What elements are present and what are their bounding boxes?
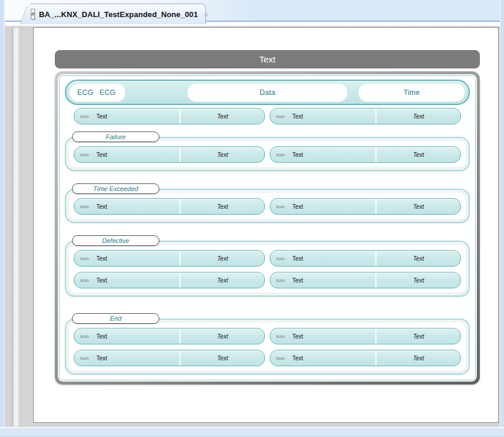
field-pill-left: Icon Text <box>270 251 377 266</box>
field-value-label: Text <box>377 328 460 344</box>
field-value-label: Text <box>181 147 264 162</box>
field-pill[interactable]: Icon Text Text <box>74 146 265 163</box>
icon-placeholder-label: Icon <box>276 256 284 261</box>
ecg-pill[interactable]: ECG ECG <box>69 83 126 102</box>
field-name-label: Text <box>292 277 303 284</box>
section-group-inner: Icon Text Text Icon Text Text <box>69 141 466 167</box>
sections-container: Icon Text Text Icon Text Text Failure Ic… <box>65 132 470 374</box>
section-title-label: Time Exceeded <box>93 185 138 192</box>
window-frame-right <box>500 0 504 437</box>
icon-placeholder-label: Icon <box>276 152 284 157</box>
field-pill-left: Icon Text <box>270 147 377 162</box>
section: Icon Text Text Icon Text Text Failure <box>65 132 470 171</box>
field-value-label: Text <box>181 328 264 344</box>
icon-placeholder-label: Icon <box>276 334 284 339</box>
ecg-header-strip[interactable]: ECG ECG Data Time <box>65 80 470 105</box>
time-pill[interactable]: Time <box>358 83 465 102</box>
header-text-bar[interactable]: Text <box>55 50 480 68</box>
field-pill-left: Icon Text <box>74 328 181 344</box>
icon-placeholder-label: Icon <box>80 204 89 209</box>
icon-placeholder-label: Icon <box>80 356 89 361</box>
field-pill[interactable]: Icon Text Text <box>270 350 461 366</box>
window-frame-bottom <box>0 427 504 437</box>
document-tab[interactable]: # BA_...KNX_DALI_TestExpanded_None_001 × <box>31 4 206 24</box>
field-pill-row: Icon Text Text Icon Text Text <box>74 328 461 344</box>
field-pill[interactable]: Icon Text Text <box>270 198 461 215</box>
application-window: # BA_...KNX_DALI_TestExpanded_None_001 ×… <box>0 0 504 437</box>
tab-close-icon[interactable]: × <box>204 11 208 18</box>
field-pill-left: Icon Text <box>74 251 181 266</box>
field-pill-left: Icon Text <box>270 328 377 344</box>
section-title-pill[interactable]: Time Exceeded <box>72 183 159 194</box>
field-pill[interactable]: Icon Text Text <box>74 250 265 267</box>
field-pill-left: Icon Text <box>270 109 377 124</box>
field-value-label: Text <box>181 251 264 266</box>
section: Icon Text Text Icon Text Text Time Excee… <box>65 183 470 223</box>
field-value-label: Text <box>181 109 264 124</box>
field-pill[interactable]: Icon Text Text <box>74 272 265 288</box>
section-title-label: Failure <box>106 133 126 140</box>
field-pill-row: Icon Text Text Icon Text Text <box>74 272 461 288</box>
vertical-splitter-handle[interactable] <box>12 28 21 426</box>
section-group[interactable]: Icon Text Text Icon Text Text Icon Text … <box>65 318 470 374</box>
field-pill-row: Icon Text Text Icon Text Text <box>74 250 461 267</box>
field-pill-left: Icon Text <box>74 272 181 288</box>
field-pill[interactable]: Icon Text Text <box>74 328 265 344</box>
field-name-label: Text <box>96 255 107 262</box>
section-group-inner: Icon Text Text Icon Text Text Icon Text … <box>69 245 466 293</box>
field-value-label: Text <box>181 199 264 214</box>
field-name-label: Text <box>96 203 107 210</box>
icon-placeholder-label: Icon <box>276 278 284 283</box>
field-pill[interactable]: Icon Text Text <box>270 250 461 267</box>
field-name-label: Text <box>292 333 303 340</box>
window-frame-left <box>0 0 5 437</box>
field-pill[interactable]: Icon Text Text <box>74 108 265 124</box>
section-group-inner: Icon Text Text Icon Text Text <box>69 193 466 219</box>
main-panel[interactable]: ECG ECG Data Time Icon Text Text Icon Te… <box>55 71 480 385</box>
section-title-pill[interactable]: Failure <box>72 132 159 142</box>
field-name-label: Text <box>292 203 303 210</box>
field-pill-row: Icon Text Text Icon Text Text <box>74 350 461 366</box>
header-text-label: Text <box>259 54 276 64</box>
field-name-label: Text <box>96 333 107 340</box>
field-pill-row: Icon Text Text Icon Text Text <box>74 198 461 215</box>
field-pill-left: Icon Text <box>74 147 181 162</box>
icon-placeholder-label: Icon <box>80 152 89 157</box>
field-value-label: Text <box>181 272 264 288</box>
field-name-label: Text <box>96 277 107 284</box>
field-name-label: Text <box>292 255 303 262</box>
section: Icon Text Text Icon Text Text Icon Text … <box>65 235 470 297</box>
field-pill[interactable]: Icon Text Text <box>74 350 265 366</box>
field-name-label: Text <box>96 355 107 362</box>
icon-placeholder-label: Icon <box>80 114 89 119</box>
field-pill[interactable]: Icon Text Text <box>270 146 461 163</box>
field-pill[interactable]: Icon Text Text <box>270 108 461 124</box>
field-value-label: Text <box>377 109 460 124</box>
field-pill[interactable]: Icon Text Text <box>74 198 265 215</box>
field-name-label: Text <box>96 113 107 120</box>
icon-placeholder-label: Icon <box>80 334 89 339</box>
document-hash-icon: # <box>31 9 35 19</box>
section-group[interactable]: Icon Text Text Icon Text Text Icon Text … <box>65 241 470 297</box>
field-pill[interactable]: Icon Text Text <box>270 328 461 344</box>
icon-placeholder-label: Icon <box>276 114 284 119</box>
field-value-label: Text <box>377 272 460 288</box>
icon-placeholder-label: Icon <box>80 256 89 261</box>
field-value-label: Text <box>377 147 460 162</box>
field-pill-left: Icon Text <box>270 350 377 366</box>
field-pill-left: Icon Text <box>74 109 181 124</box>
icon-placeholder-label: Icon <box>276 356 284 361</box>
data-pill[interactable]: Data <box>187 83 348 102</box>
section-group-inner: Icon Text Text Icon Text Text Icon Text … <box>69 323 466 370</box>
main-panel-content: ECG ECG Data Time Icon Text Text Icon Te… <box>59 75 476 380</box>
field-pill-left: Icon Text <box>270 272 377 288</box>
field-pill[interactable]: Icon Text Text <box>270 272 461 288</box>
field-value-label: Text <box>377 251 460 266</box>
section-title-pill[interactable]: Defective <box>72 235 159 246</box>
field-value-label: Text <box>377 199 460 214</box>
field-name-label: Text <box>292 355 303 362</box>
main-panel-inner: ECG ECG Data Time Icon Text Text Icon Te… <box>58 74 477 382</box>
ungrouped-field-rows: Icon Text Text Icon Text Text <box>65 108 470 124</box>
design-canvas[interactable]: Text ECG ECG Data Time Icon Text Text Ic… <box>34 28 498 422</box>
section-title-pill[interactable]: End <box>72 313 159 324</box>
